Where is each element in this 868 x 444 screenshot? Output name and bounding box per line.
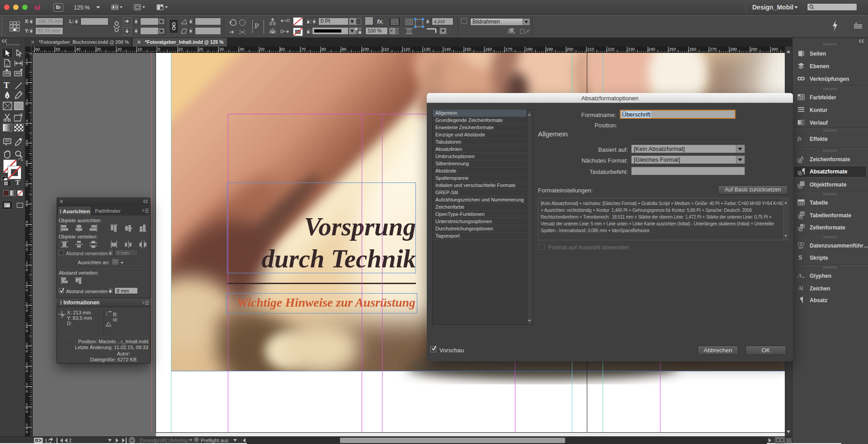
svg-text:S: S: [798, 254, 802, 261]
svg-text:fx: fx: [797, 135, 802, 142]
svg-text:A: A: [798, 285, 802, 291]
svg-text:A: A: [797, 272, 802, 279]
svg-text:A: A: [800, 155, 804, 160]
